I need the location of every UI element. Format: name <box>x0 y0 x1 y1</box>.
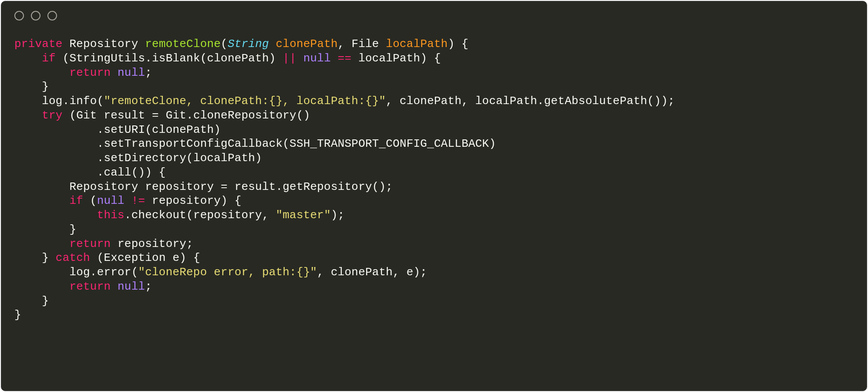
kw-this: this <box>97 209 124 222</box>
code-line-17: log.error("cloneRepo error, path:{}", cl… <box>14 266 427 279</box>
code-line-16: } catch (Exception e) { <box>14 251 200 264</box>
code-line-14: } <box>14 223 76 236</box>
code-line-12: if (null != repository) { <box>14 194 242 207</box>
code-line-9: .setDirectory(localPath) <box>14 152 262 165</box>
kw-null: null <box>303 52 331 65</box>
op-or: || <box>283 52 296 65</box>
window-min-dot[interactable] <box>31 11 40 20</box>
code-line-10: .call()) { <box>14 166 166 179</box>
kw-null: null <box>97 194 124 207</box>
window-max-dot[interactable] <box>47 11 57 20</box>
code-line-20: } <box>14 308 21 321</box>
kw-private: private <box>14 37 63 51</box>
string-literal: "cloneRepo error, path:{}" <box>138 266 317 279</box>
code-line-2: if (StringUtils.isBlank(clonePath) || nu… <box>14 52 441 65</box>
window-controls <box>1 1 867 25</box>
code-line-8: .setTransportConfigCallback(SSH_TRANSPOR… <box>14 137 496 150</box>
code-line-6: try (Git result = Git.cloneRepository() <box>14 109 310 122</box>
code-block: private Repository remoteClone(String cl… <box>1 25 867 337</box>
type-repository: Repository <box>69 37 138 51</box>
type-file: File <box>351 37 379 51</box>
code-line-15: return repository; <box>14 237 193 250</box>
code-line-18: return null; <box>14 280 152 293</box>
code-line-13: this.checkout(repository, "master"); <box>14 209 345 222</box>
string-literal: "master" <box>276 209 331 222</box>
string-literal: "remoteClone, clonePath:{}, localPath:{}… <box>104 95 386 108</box>
kw-null: null <box>118 280 145 293</box>
param-clonepath: clonePath <box>276 37 338 51</box>
code-line-5: log.info("remoteClone, clonePath:{}, loc… <box>14 95 675 108</box>
method-name: remoteClone <box>145 37 221 51</box>
code-line-3: return null; <box>14 66 152 79</box>
param-localpath: localPath <box>386 37 447 51</box>
code-line-4: } <box>14 80 49 93</box>
code-window: private Repository remoteClone(String cl… <box>1 1 867 391</box>
kw-if: if <box>69 194 83 207</box>
code-line-7: .setURI(clonePath) <box>14 123 221 136</box>
code-line-1: private Repository remoteClone(String cl… <box>14 37 468 51</box>
kw-return: return <box>69 66 111 79</box>
op-ne: != <box>131 194 145 207</box>
kw-return: return <box>69 237 111 250</box>
kw-try: try <box>42 109 62 122</box>
kw-catch: catch <box>56 251 90 264</box>
kw-null: null <box>118 66 145 79</box>
kw-return: return <box>69 280 111 293</box>
op-eq: == <box>338 52 352 65</box>
type-string: String <box>228 37 269 51</box>
code-line-19: } <box>14 294 49 308</box>
code-line-11: Repository repository = result.getReposi… <box>14 180 393 193</box>
window-close-dot[interactable] <box>14 11 24 20</box>
kw-if: if <box>42 52 56 65</box>
